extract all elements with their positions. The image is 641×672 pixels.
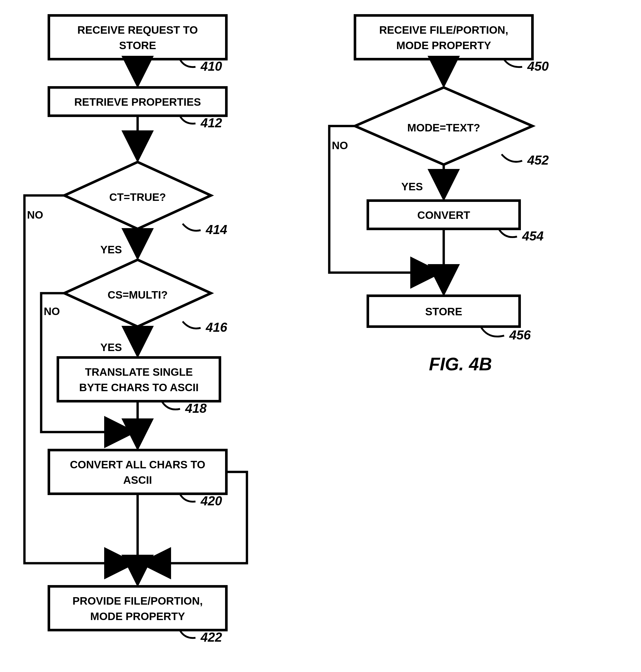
ref-452: 452 xyxy=(527,153,549,167)
ref-416: 416 xyxy=(205,320,228,334)
box-450-text-2: MODE PROPERTY xyxy=(396,39,491,52)
label-452-no: NO xyxy=(332,139,348,151)
label-414-yes: YES xyxy=(100,244,122,256)
ref-tail-454 xyxy=(499,229,517,237)
box-418 xyxy=(58,357,220,401)
ref-422: 422 xyxy=(200,630,222,644)
ref-456: 456 xyxy=(509,328,531,342)
diamond-452-text: MODE=TEXT? xyxy=(407,122,480,134)
box-418-text-2: BYTE CHARS TO ASCII xyxy=(79,381,199,394)
diamond-416-text: CS=MULTI? xyxy=(108,289,168,301)
box-422 xyxy=(49,586,226,630)
box-450-text-1: RECEIVE FILE/PORTION, xyxy=(379,24,508,36)
box-412-text: RETRIEVE PROPERTIES xyxy=(74,96,201,108)
label-416-no: NO xyxy=(44,305,60,317)
ref-420: 420 xyxy=(200,494,222,508)
ref-450: 450 xyxy=(527,59,549,73)
figure-label-4b: FIG. 4B xyxy=(429,354,492,374)
box-410-text-1: RECEIVE REQUEST TO xyxy=(78,24,198,36)
ref-418: 418 xyxy=(185,401,207,415)
ref-tail-450 xyxy=(504,60,522,67)
diamond-414-text: CT=TRUE? xyxy=(109,191,166,203)
ref-454: 454 xyxy=(522,229,544,243)
ref-412: 412 xyxy=(200,116,222,130)
box-410-text-2: STORE xyxy=(119,39,156,52)
ref-tail-414 xyxy=(182,224,201,231)
label-452-yes: YES xyxy=(401,180,423,193)
ref-tail-420 xyxy=(180,494,195,502)
ref-tail-412 xyxy=(180,116,195,124)
box-422-text-2: MODE PROPERTY xyxy=(90,610,185,622)
ref-414: 414 xyxy=(205,222,227,237)
box-456-text: STORE xyxy=(425,305,462,318)
label-416-yes: YES xyxy=(100,341,122,353)
box-450 xyxy=(355,15,532,59)
box-410 xyxy=(49,15,226,59)
ref-tail-452 xyxy=(502,154,522,162)
ref-tail-422 xyxy=(180,631,195,638)
box-420 xyxy=(49,450,226,494)
box-422-text-1: PROVIDE FILE/PORTION, xyxy=(72,595,203,607)
box-420-text-2: ASCII xyxy=(123,474,152,486)
label-414-no: NO xyxy=(27,209,43,221)
ref-tail-456 xyxy=(481,327,504,337)
ref-tail-416 xyxy=(182,321,201,328)
ref-tail-410 xyxy=(180,60,195,67)
ref-410: 410 xyxy=(200,59,222,73)
box-454-text: CONVERT xyxy=(417,209,470,221)
ref-tail-418 xyxy=(162,402,180,409)
box-418-text-1: TRANSLATE SINGLE xyxy=(85,366,193,378)
box-420-text-1: CONVERT ALL CHARS TO xyxy=(70,458,205,471)
